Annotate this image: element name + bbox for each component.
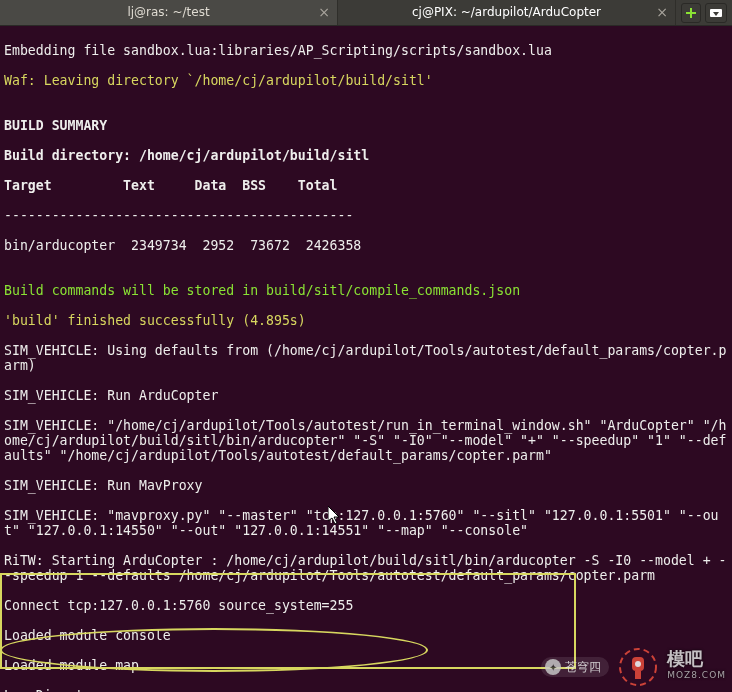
term-line: Waf: Leaving directory `/home/cj/ardupil…: [4, 73, 728, 88]
term-line: SIM_VEHICLE: Run MavProxy: [4, 478, 728, 493]
term-line: Build commands will be stored in build/s…: [4, 283, 728, 298]
add-tab-button[interactable]: [681, 3, 701, 23]
term-line: Connect tcp:127.0.0.1:5760 source_system…: [4, 598, 728, 613]
term-line: ----------------------------------------…: [4, 208, 728, 223]
term-line: Loaded module map: [4, 658, 728, 673]
tab-right-title: cj@PIX: ~/ardupilot/ArduCopter: [412, 5, 601, 20]
annotation-rectangle: [0, 573, 576, 669]
term-line: Log Directory:: [4, 688, 728, 692]
term-line: Target Text Data BSS Total: [4, 178, 728, 193]
tab-left-title: lj@ras: ~/test: [127, 5, 209, 20]
tab-bar: lj@ras: ~/test × cj@PIX: ~/ardupilot/Ard…: [0, 0, 732, 26]
tab-right[interactable]: cj@PIX: ~/ardupilot/ArduCopter ×: [338, 0, 676, 25]
terminal-output[interactable]: Embedding file sandbox.lua:libraries/AP_…: [0, 26, 732, 692]
svg-rect-1: [686, 12, 696, 14]
chevron-down-icon: [709, 8, 723, 18]
term-line: Embedding file sandbox.lua:libraries/AP_…: [4, 43, 728, 58]
term-line: bin/arducopter 2349734 2952 73672 242635…: [4, 238, 728, 253]
term-line: BUILD SUMMARY: [4, 118, 728, 133]
tab-menu-button[interactable]: [705, 3, 727, 23]
term-line: SIM_VEHICLE: "mavproxy.py" "--master" "t…: [4, 508, 728, 538]
term-line: SIM_VEHICLE: Using defaults from (/home/…: [4, 343, 728, 373]
term-line: Build directory: /home/cj/ardupilot/buil…: [4, 148, 728, 163]
term-line: Loaded module console: [4, 628, 728, 643]
close-icon[interactable]: ×: [655, 6, 669, 20]
tab-left[interactable]: lj@ras: ~/test ×: [0, 0, 338, 25]
tab-action-area: [676, 0, 732, 25]
term-line: SIM_VEHICLE: "/home/cj/ardupilot/Tools/a…: [4, 418, 728, 463]
plus-icon: [685, 7, 697, 19]
term-line: 'build' finished successfully (4.895s): [4, 313, 728, 328]
term-line: RiTW: Starting ArduCopter : /home/cj/ard…: [4, 553, 728, 583]
close-icon[interactable]: ×: [317, 6, 331, 20]
term-line: SIM_VEHICLE: Run ArduCopter: [4, 388, 728, 403]
